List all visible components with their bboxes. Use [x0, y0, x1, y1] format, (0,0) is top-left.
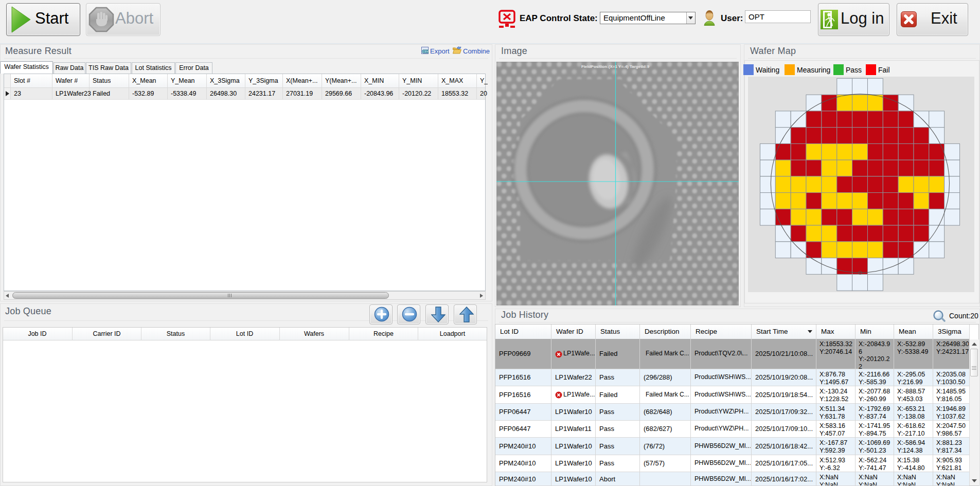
svg-text:FieldPosition:(X=1 Y=-4) Targe: FieldPosition:(X=1 Y=-4) TargetId:9 — [581, 64, 650, 69]
svg-text:CSV: CSV — [422, 50, 429, 53]
